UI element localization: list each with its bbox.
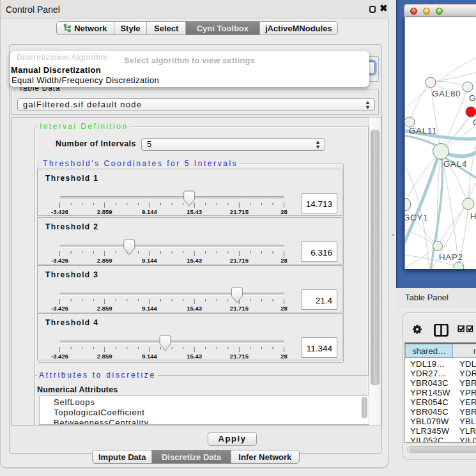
- svg-text:HAP2: HAP2: [439, 252, 463, 262]
- svg-text:GA: GA: [469, 93, 476, 103]
- svg-text:GCY1: GCY1: [405, 213, 428, 222]
- svg-text:GAL80: GAL80: [432, 89, 461, 98]
- svg-text:C: C: [473, 118, 476, 127]
- svg-text:GAL11: GAL11: [409, 126, 437, 135]
- svg-text:GAL4: GAL4: [443, 159, 467, 169]
- svg-text:H: H: [470, 211, 476, 221]
